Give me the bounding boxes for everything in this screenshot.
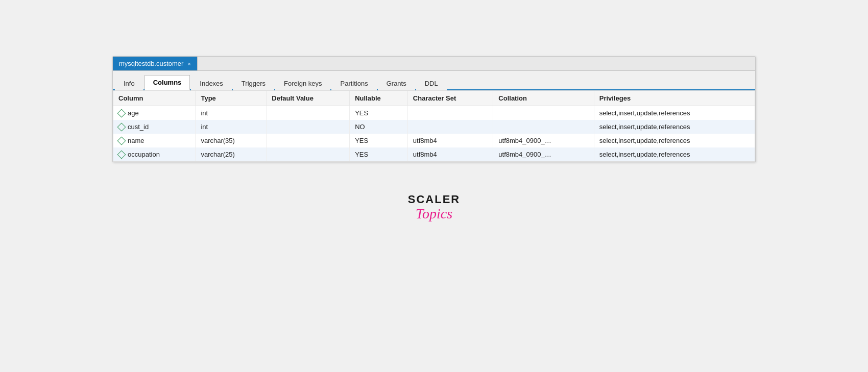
tab-grants[interactable]: Grants <box>378 76 415 90</box>
cell-default-value <box>267 147 350 161</box>
cell-default-value <box>267 134 350 147</box>
table-header-row: Column Type Default Value Nullable Chara… <box>113 91 755 106</box>
cell-privileges: select,insert,update,references <box>594 106 755 120</box>
column-icon <box>117 136 126 145</box>
tab-partitions[interactable]: Partitions <box>331 76 376 90</box>
table-row: cust_idintNOselect,insert,update,referen… <box>113 120 755 134</box>
header-column: Column <box>113 91 196 106</box>
cell-character-set: utf8mb4 <box>407 147 493 161</box>
cell-privileges: select,insert,update,references <box>594 120 755 134</box>
cell-column: cust_id <box>113 120 196 134</box>
tab-triggers[interactable]: Triggers <box>233 76 274 90</box>
cell-default-value <box>267 106 350 120</box>
main-panel: mysqltestdb.customer × Info Columns Inde… <box>112 56 756 162</box>
cell-character-set <box>407 120 493 134</box>
cell-collation <box>493 120 594 134</box>
cell-type: varchar(35) <box>196 134 267 147</box>
cell-default-value <box>267 120 350 134</box>
cell-collation: utf8mb4_0900_… <box>493 147 594 161</box>
tab-indexes[interactable]: Indexes <box>191 76 232 90</box>
columns-table-area: Column Type Default Value Nullable Chara… <box>113 90 755 162</box>
tab-ddl[interactable]: DDL <box>416 76 447 90</box>
cell-nullable: YES <box>350 106 408 120</box>
header-privileges: Privileges <box>594 91 755 106</box>
cell-privileges: select,insert,update,references <box>594 147 755 161</box>
top-tab-bar: mysqltestdb.customer × <box>113 57 755 71</box>
column-icon <box>117 109 126 117</box>
brand-topics-text: Topics <box>416 206 452 222</box>
header-character-set: Character Set <box>407 91 493 106</box>
header-default-value: Default Value <box>267 91 350 106</box>
cell-column: age <box>113 106 196 120</box>
column-icon <box>117 122 126 131</box>
cell-nullable: YES <box>350 134 408 147</box>
active-tab[interactable]: mysqltestdb.customer × <box>113 57 198 70</box>
cell-nullable: YES <box>350 147 408 161</box>
cell-column: occupation <box>113 147 196 161</box>
branding-area: SCALER Topics <box>408 193 460 222</box>
header-nullable: Nullable <box>350 91 408 106</box>
columns-table: Column Type Default Value Nullable Chara… <box>113 91 755 161</box>
nav-tab-bar: Info Columns Indexes Triggers Foreign ke… <box>113 71 755 90</box>
cell-type: int <box>196 120 267 134</box>
tab-info[interactable]: Info <box>115 76 143 90</box>
table-row: namevarchar(35)YESutf8mb4utf8mb4_0900_…s… <box>113 134 755 147</box>
table-row: ageintYESselect,insert,update,references <box>113 106 755 120</box>
header-collation: Collation <box>493 91 594 106</box>
cell-collation <box>493 106 594 120</box>
tab-foreign-keys[interactable]: Foreign keys <box>275 76 330 90</box>
close-icon[interactable]: × <box>187 61 190 67</box>
cell-type: varchar(25) <box>196 147 267 161</box>
cell-character-set <box>407 106 493 120</box>
column-icon <box>117 150 126 159</box>
cell-nullable: NO <box>350 120 408 134</box>
header-type: Type <box>196 91 267 106</box>
table-row: occupationvarchar(25)YESutf8mb4utf8mb4_0… <box>113 147 755 161</box>
cell-privileges: select,insert,update,references <box>594 134 755 147</box>
cell-collation: utf8mb4_0900_… <box>493 134 594 147</box>
tab-title: mysqltestdb.customer <box>119 60 183 67</box>
cell-type: int <box>196 106 267 120</box>
brand-scaler-text: SCALER <box>408 193 460 206</box>
cell-character-set: utf8mb4 <box>407 134 493 147</box>
tab-columns[interactable]: Columns <box>144 75 190 90</box>
cell-column: name <box>113 134 196 147</box>
